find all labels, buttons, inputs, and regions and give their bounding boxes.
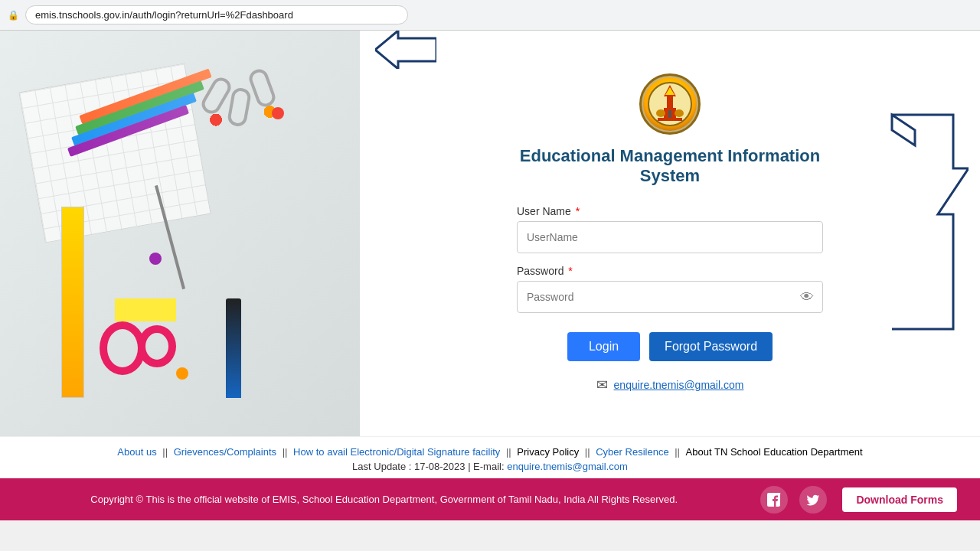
ruler-decoration	[61, 207, 84, 398]
login-button[interactable]: Login	[567, 332, 640, 361]
username-label: User Name *	[517, 205, 823, 217]
contact-email-link[interactable]: enquire.tnemis@gmail.com	[614, 379, 744, 391]
footer-link-about[interactable]: About us	[117, 446, 156, 458]
svg-point-8	[675, 109, 684, 117]
footer-link-digital-signature[interactable]: How to avail Electronic/Digital Signatur…	[293, 446, 500, 458]
svg-marker-0	[375, 31, 436, 69]
password-required-mark: *	[568, 265, 572, 277]
svg-marker-10	[892, 115, 915, 145]
twitter-icon[interactable]	[799, 486, 827, 514]
svg-point-7	[656, 109, 665, 117]
left-illustration-panel	[0, 31, 360, 436]
browser-bar: 🔒 emis.tnschools.gov.in/auth/login?retur…	[0, 0, 980, 31]
ring-2	[138, 325, 176, 367]
facebook-icon[interactable]	[760, 486, 788, 514]
emis-logo	[639, 73, 701, 135]
marker-decoration	[226, 298, 241, 398]
password-wrapper: 👁	[517, 281, 823, 313]
footer-link-grievances[interactable]: Grievences/Complaints	[174, 446, 276, 458]
social-icons-group	[760, 486, 827, 514]
footer-links-section: About us || Grievences/Complaints || How…	[0, 436, 980, 478]
url-bar[interactable]: emis.tnschools.gov.in/auth/login?returnU…	[25, 5, 408, 24]
pushpin-purple	[149, 253, 162, 265]
download-forms-button[interactable]: Download Forms	[842, 487, 957, 512]
footer-update-row: Last Update : 17-08-2023 | E-mail: enqui…	[15, 461, 965, 472]
contact-email-row: ✉ enquire.tnemis@gmail.com	[596, 377, 744, 393]
username-group: User Name *	[517, 205, 823, 253]
lock-icon: 🔒	[8, 10, 19, 21]
password-input[interactable]	[517, 281, 823, 313]
forgot-password-button[interactable]: Forgot Password	[649, 332, 773, 361]
password-label: Password *	[517, 265, 823, 277]
footer-about-tn-text: About TN School Education Department	[686, 446, 863, 458]
paperclip-2	[227, 86, 252, 128]
svg-rect-9	[658, 118, 682, 121]
footer-privacy-policy-text: Privacy Policy	[517, 446, 579, 458]
back-arrow-annotation	[375, 31, 436, 69]
password-group: Password * 👁	[517, 265, 823, 313]
main-content: Educational Management Information Syste…	[0, 31, 980, 436]
copyright-text: Copyright © This is the official website…	[23, 494, 745, 505]
action-buttons-row: Login Forgot Password	[567, 332, 773, 361]
email-icon: ✉	[596, 377, 608, 393]
toggle-password-icon[interactable]: 👁	[800, 289, 814, 305]
footer-link-cyber[interactable]: Cyber Resilence	[596, 446, 668, 458]
bottom-bar: Copyright © This is the official website…	[0, 478, 980, 520]
footer-update-email-link[interactable]: enquire.tnemis@gmail.com	[507, 461, 628, 472]
right-arrow-annotation	[877, 107, 969, 337]
sticky-note	[115, 298, 176, 321]
paperclip-3	[247, 67, 278, 109]
svg-rect-5	[667, 96, 673, 108]
login-form-panel: Educational Management Information Syste…	[360, 31, 980, 436]
username-input[interactable]	[517, 221, 823, 253]
pushpin-orange	[176, 367, 188, 380]
system-title: Educational Management Information Syste…	[520, 146, 820, 186]
username-required-mark: *	[576, 205, 580, 217]
pushpin-red	[272, 107, 284, 119]
